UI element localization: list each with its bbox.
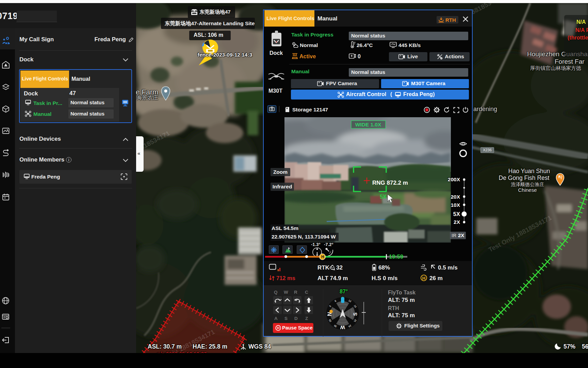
svg-text:W: W	[340, 325, 345, 330]
svg-text:S: S	[352, 312, 358, 316]
